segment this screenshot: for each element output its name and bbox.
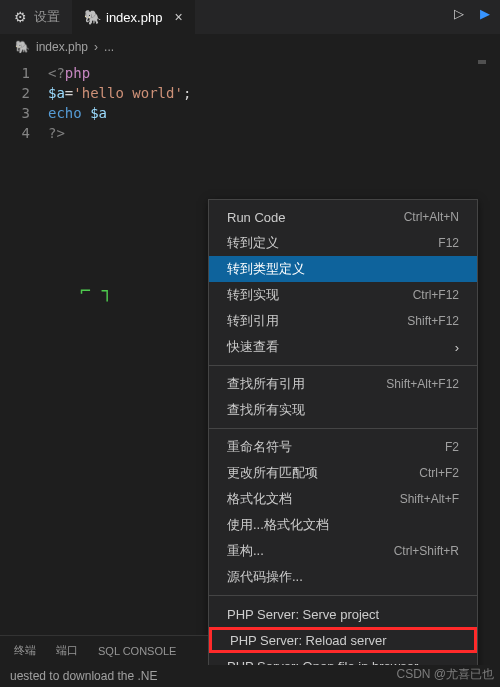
menu-item-label: 转到定义 <box>227 234 279 252</box>
menu-item[interactable]: 转到引用Shift+F12 <box>209 308 477 334</box>
menu-shortcut: Ctrl+Shift+R <box>394 544 459 558</box>
code-line[interactable]: 3echo $a <box>0 103 500 123</box>
menu-item-label: 重构... <box>227 542 264 560</box>
menu-item[interactable]: 源代码操作... <box>209 564 477 590</box>
panel-tab-sql[interactable]: SQL CONSOLE <box>98 645 176 657</box>
menu-item-label: 转到引用 <box>227 312 279 330</box>
menu-item-label: 源代码操作... <box>227 568 303 586</box>
menu-shortcut: Shift+Alt+F <box>400 492 459 506</box>
panel-tabs: 终端 端口 SQL CONSOLE <box>0 635 208 665</box>
menu-item[interactable]: PHP Server: Serve project <box>209 601 477 627</box>
menu-shortcut: F2 <box>445 440 459 454</box>
menu-item[interactable]: 转到类型定义 <box>209 256 477 282</box>
menu-shortcut: Ctrl+F12 <box>413 288 459 302</box>
line-number: 4 <box>0 125 48 141</box>
code-content[interactable]: echo $a <box>48 105 107 121</box>
menu-item[interactable]: 快速查看› <box>209 334 477 360</box>
breadcrumb-file: index.php <box>36 40 88 54</box>
elephant-icon: 🐘 <box>14 39 30 55</box>
menu-item-label: 使用...格式化文档 <box>227 516 329 534</box>
elephant-icon: 🐘 <box>84 9 100 25</box>
menu-item-label: 转到类型定义 <box>227 260 305 278</box>
menu-shortcut: Ctrl+Alt+N <box>404 210 459 224</box>
line-number: 1 <box>0 65 48 81</box>
menu-shortcut: Shift+F12 <box>407 314 459 328</box>
menu-item[interactable]: 使用...格式化文档 <box>209 512 477 538</box>
line-number: 3 <box>0 105 48 121</box>
menu-item[interactable]: 转到实现Ctrl+F12 <box>209 282 477 308</box>
tab-label: 设置 <box>34 8 60 26</box>
code-line[interactable]: 1<?php <box>0 63 500 83</box>
menu-item-label: Run Code <box>227 210 286 225</box>
chevron-right-icon: › <box>455 340 459 355</box>
editor-title-actions: ▷ ▶ <box>454 6 490 21</box>
menu-separator <box>209 428 477 429</box>
menu-shortcut: F12 <box>438 236 459 250</box>
watermark: CSDN @尤喜已也 <box>396 666 494 683</box>
menu-item-label: 重命名符号 <box>227 438 292 456</box>
menu-shortcut: Shift+Alt+F12 <box>386 377 459 391</box>
chevron-right-icon: › <box>94 40 98 54</box>
menu-item[interactable]: Run CodeCtrl+Alt+N <box>209 204 477 230</box>
status-text: uested to download the .NE <box>10 669 157 683</box>
menu-item-label: 转到实现 <box>227 286 279 304</box>
menu-item[interactable]: 重构...Ctrl+Shift+R <box>209 538 477 564</box>
menu-item[interactable]: 查找所有实现 <box>209 397 477 423</box>
menu-separator <box>209 365 477 366</box>
menu-item[interactable]: PHP Server: Reload server <box>209 627 477 653</box>
menu-item-label: 查找所有实现 <box>227 401 305 419</box>
menu-item-label: 更改所有匹配项 <box>227 464 318 482</box>
gear-icon: ⚙ <box>12 9 28 25</box>
code-line[interactable]: 4?> <box>0 123 500 143</box>
menu-item[interactable]: 重命名符号F2 <box>209 434 477 460</box>
code-content[interactable]: ?> <box>48 125 65 141</box>
code-editor[interactable]: 1<?php2$a='hello world';3echo $a4?> <box>0 59 500 147</box>
menu-separator <box>209 595 477 596</box>
code-content[interactable]: <?php <box>48 65 90 81</box>
menu-shortcut: Ctrl+F2 <box>419 466 459 480</box>
close-icon[interactable]: × <box>174 9 182 25</box>
menu-item-label: 快速查看 <box>227 338 279 356</box>
panel-tab-terminal[interactable]: 终端 <box>14 643 36 658</box>
menu-item[interactable]: 查找所有引用Shift+Alt+F12 <box>209 371 477 397</box>
menu-item-label: 查找所有引用 <box>227 375 305 393</box>
menu-item[interactable]: 格式化文档Shift+Alt+F <box>209 486 477 512</box>
run-icon[interactable]: ▶ <box>480 6 490 21</box>
menu-item[interactable]: 转到定义F12 <box>209 230 477 256</box>
minimap[interactable] <box>478 60 486 64</box>
tab-file-active[interactable]: 🐘 index.php × <box>72 0 195 34</box>
code-line[interactable]: 2$a='hello world'; <box>0 83 500 103</box>
tab-label: index.php <box>106 10 162 25</box>
line-number: 2 <box>0 85 48 101</box>
tab-bar: ⚙ 设置 🐘 index.php × <box>0 0 500 35</box>
menu-item-label: 格式化文档 <box>227 490 292 508</box>
menu-item-label: PHP Server: Serve project <box>227 607 379 622</box>
menu-item[interactable]: 更改所有匹配项Ctrl+F2 <box>209 460 477 486</box>
play-icon[interactable]: ▷ <box>454 6 464 21</box>
breadcrumb-ellipsis: ... <box>104 40 114 54</box>
menu-item-label: PHP Server: Reload server <box>230 633 387 648</box>
context-menu: Run CodeCtrl+Alt+N转到定义F12转到类型定义转到实现Ctrl+… <box>208 199 478 687</box>
panel-tab-ports[interactable]: 端口 <box>56 643 78 658</box>
cursor-indicator: ⌐ ┐ <box>80 280 113 301</box>
tab-settings[interactable]: ⚙ 设置 <box>0 0 72 34</box>
breadcrumb[interactable]: 🐘 index.php › ... <box>0 35 500 59</box>
code-content[interactable]: $a='hello world'; <box>48 85 191 101</box>
